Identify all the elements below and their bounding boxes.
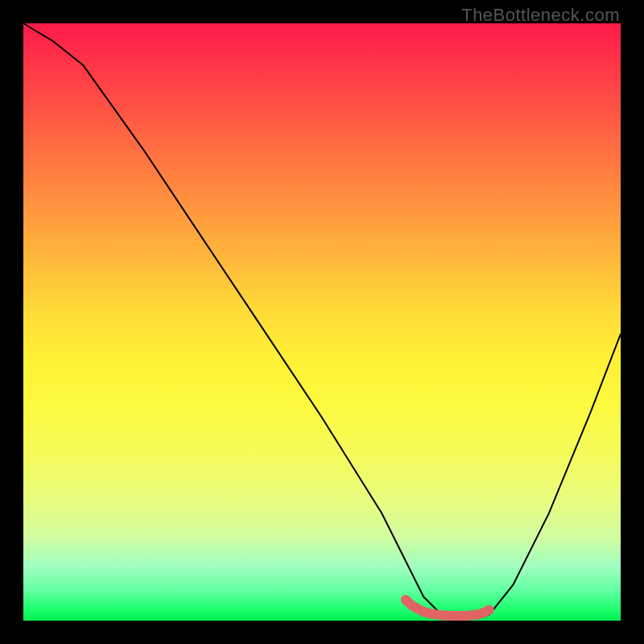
highlight-segment	[406, 600, 489, 616]
curves-svg	[23, 23, 621, 621]
bottleneck-curve	[23, 23, 621, 617]
chart-container: TheBottleneck.com	[0, 0, 644, 644]
